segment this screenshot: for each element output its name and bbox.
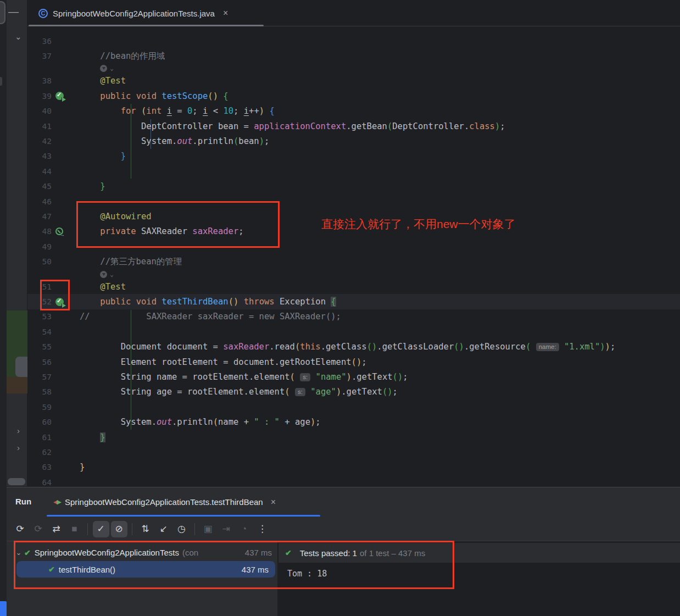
code-line: 52public void testThirdBean() throws Exc…	[27, 294, 680, 309]
horizontal-scroll-thumb[interactable]	[8, 478, 25, 485]
chevron-right-icon[interactable]: ›	[17, 426, 20, 435]
line-number: 36	[27, 37, 52, 46]
line-number: 54	[27, 328, 52, 336]
line-number: 58	[27, 387, 52, 396]
rerun-failed-tests-icon[interactable]: ⟳	[30, 521, 47, 537]
chevron-down-icon[interactable]: ⌄	[110, 271, 114, 278]
export-icon[interactable]: ⇥	[218, 521, 235, 537]
junit-framework-icon[interactable]	[100, 65, 107, 72]
line-number: 63	[27, 463, 52, 471]
line-number: 49	[27, 242, 52, 251]
line-number: 59	[27, 403, 52, 412]
line-number: 56	[27, 358, 52, 367]
code-line: 41DeptController bean = applicationConte…	[27, 119, 680, 134]
test-pass-run-icon[interactable]	[55, 92, 64, 100]
line-number: 40	[27, 107, 52, 115]
code-line: 43}	[27, 149, 680, 164]
line-number: 48	[27, 227, 52, 236]
run-configuration-tab[interactable]: ◀▶ SpringbootWebConfig2ApplicationTests.…	[53, 487, 276, 517]
code-line: 42System.out.println(bean);	[27, 134, 680, 148]
code-line: 55Document document = saxReader.read(thi…	[27, 340, 680, 354]
code-line: 44	[27, 164, 680, 179]
line-number: 45	[27, 182, 52, 191]
stop-icon[interactable]: ■	[66, 521, 83, 537]
resources-block	[7, 377, 27, 393]
code-line: 51@Test	[27, 279, 680, 294]
code-line: 54	[27, 324, 680, 339]
code-line: 56Element rootElement = document.getRoot…	[27, 354, 680, 369]
toolbar-separator	[132, 523, 132, 535]
annotation-box-gutter	[40, 280, 70, 310]
screenshot-icon[interactable]: ▣	[200, 521, 216, 537]
code-line: 61}	[27, 430, 680, 445]
code-line: 39public void testScope() {	[27, 88, 680, 103]
editor-tab[interactable]: C SpringbootWebConfig2ApplicationTests.j…	[29, 0, 236, 26]
rail-notch	[0, 77, 2, 86]
line-number: 50	[27, 257, 52, 266]
left-rail	[0, 0, 7, 616]
line-number: 38	[27, 76, 52, 85]
ide-window: — ⌄ › › C SpringbootWebConfig2Applicatio…	[0, 0, 680, 616]
code-line: 62	[27, 445, 680, 459]
parameter-hint-pill: name:	[536, 343, 559, 351]
code-line: 64	[27, 475, 680, 487]
code-line: 63}	[27, 460, 680, 475]
code-line: 53// SAXReader saxReader = new SAXReader…	[27, 309, 680, 324]
line-number: 44	[27, 167, 52, 176]
line-number: 39	[27, 92, 52, 101]
sort-by-duration-icon[interactable]: ⇅	[137, 521, 154, 537]
editor-tab-bar: C SpringbootWebConfig2ApplicationTests.j…	[27, 0, 680, 26]
active-run-tab-underline	[47, 515, 320, 517]
rail-scroll-thumb[interactable]	[0, 1, 5, 24]
show-passed-icon[interactable]: ✓	[93, 521, 109, 537]
chevron-right-icon[interactable]: ›	[17, 443, 20, 452]
line-number: 46	[27, 197, 52, 206]
annotation-note: 直接注入就行了，不用new一个对象了	[321, 217, 516, 232]
annotation-box-autowired	[76, 201, 280, 248]
test-toolbar: ⟳⟳⇄■✓⊘⇅↙◷▣⇥◔⋮	[7, 517, 680, 541]
code-line: 38@Test	[27, 74, 680, 88]
line-number: 55	[27, 342, 52, 351]
junit-test-icon: ◀▶	[53, 498, 60, 506]
chevron-down-icon[interactable]: ⌄	[110, 65, 114, 72]
test-history-icon[interactable]: ◷	[174, 521, 190, 537]
line-number: 42	[27, 137, 52, 146]
coverage-gauge-icon[interactable]: ◔	[236, 521, 253, 537]
toolbar-separator	[87, 523, 88, 535]
collapsed-side-panel: — ⌄ › ›	[7, 0, 27, 486]
line-number: 37	[27, 52, 52, 60]
line-number: 64	[27, 478, 52, 487]
close-icon[interactable]: ×	[271, 497, 276, 507]
close-icon[interactable]: ×	[223, 8, 228, 18]
editor-tab-title: SpringbootWebConfig2ApplicationTests.jav…	[53, 9, 215, 18]
line-number: 47	[27, 212, 52, 221]
line-number: 57	[27, 373, 52, 381]
show-ignored-icon[interactable]: ⊘	[111, 521, 127, 537]
minimize-icon[interactable]: —	[8, 5, 19, 18]
line-number: 41	[27, 122, 52, 131]
junit-framework-icon[interactable]	[100, 271, 107, 278]
code-line: 59	[27, 399, 680, 414]
code-line: 40for (int i = 0; i < 10; i++) {	[27, 104, 680, 119]
toggle-auto-test-icon[interactable]: ⇄	[48, 521, 65, 537]
java-class-icon: C	[38, 9, 48, 18]
parameter-hint-pill: s:	[300, 373, 310, 381]
code-line: 60System.out.println(name + " : " + age)…	[27, 415, 680, 430]
parameter-hint-pill: s:	[295, 388, 305, 396]
annotation-box-results	[14, 541, 454, 589]
spring-bean-icon[interactable]	[55, 227, 63, 235]
code-line: 50//第三方bean的管理	[27, 254, 680, 269]
import-test-results-icon[interactable]: ↙	[155, 521, 172, 537]
code-line: 45}	[27, 179, 680, 194]
line-number: 43	[27, 152, 52, 160]
code-editor[interactable]: 3637//bean的作用域⌄38@Test39public void test…	[27, 26, 680, 487]
rerun-tests-icon[interactable]: ⟳	[12, 521, 29, 537]
line-number: 60	[27, 418, 52, 426]
test-framework-inlay: ⌄	[27, 269, 680, 279]
toolbar-separator	[194, 523, 195, 535]
run-tool-window-header: Run ◀▶ SpringbootWebConfig2ApplicationTe…	[7, 487, 680, 517]
code-line: 37//bean的作用域	[27, 48, 680, 63]
more-options-icon[interactable]: ⋮	[254, 521, 271, 537]
chevron-down-icon[interactable]: ⌄	[15, 32, 22, 42]
panel-scroll-thumb[interactable]	[15, 357, 27, 377]
